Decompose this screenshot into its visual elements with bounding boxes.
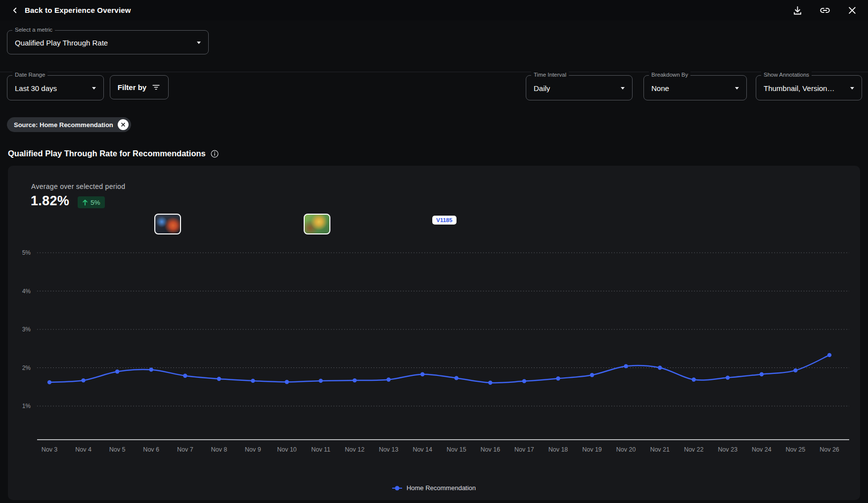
time-interval-value: Daily [534, 84, 550, 92]
legend-label: Home Recommendation [407, 484, 476, 492]
divider [0, 72, 868, 72]
chevron-down-icon [197, 42, 201, 44]
breakdown-by-select[interactable]: Breakdown By None [643, 75, 747, 100]
x-axis-label: Nov 17 [514, 446, 534, 453]
data-point [420, 372, 424, 376]
close-icon [120, 122, 126, 128]
summary-label: Average over selected period [31, 183, 125, 190]
x-axis-label: Nov 23 [718, 446, 737, 453]
metric-select-label: Select a metric [12, 27, 55, 33]
time-interval-label: Time Interval [531, 72, 569, 78]
x-axis-label: Nov 20 [616, 446, 636, 453]
change-badge: 5% [78, 196, 105, 208]
data-point [522, 379, 526, 383]
data-point [47, 380, 51, 384]
y-axis-tick: 5% [22, 249, 31, 256]
x-axis-label: Nov 10 [277, 446, 297, 453]
remove-filter-button[interactable] [118, 119, 129, 130]
legend-marker [392, 488, 402, 489]
x-axis-label: Nov 8 [211, 446, 227, 453]
data-point [251, 379, 255, 383]
data-point [793, 368, 797, 372]
x-axis-label: Nov 5 [109, 446, 126, 453]
x-axis-label: Nov 22 [684, 446, 704, 453]
filter-icon [151, 83, 161, 92]
metric-select-value: Qualified Play Through Rate [15, 38, 108, 46]
link-icon [820, 5, 830, 16]
filter-by-button[interactable]: Filter by [110, 75, 169, 99]
x-axis-label: Nov 19 [582, 446, 602, 453]
data-point [760, 372, 764, 376]
chevron-down-icon [92, 87, 96, 90]
x-axis-label: Nov 4 [75, 446, 91, 453]
chevron-down-icon [735, 87, 739, 90]
x-axis-label: Nov 11 [311, 446, 330, 453]
close-icon [847, 5, 857, 15]
source-filter-chip-label: Source: Home Recommendation [14, 121, 113, 129]
x-axis-label: Nov 3 [42, 446, 58, 453]
chart-legend: Home Recommendation [8, 484, 860, 492]
download-button[interactable] [790, 3, 804, 17]
data-point [387, 377, 391, 381]
copy-link-button[interactable] [818, 3, 832, 17]
x-axis-label: Nov 14 [412, 446, 432, 453]
analytics-page: Back to Experience Overview Select a met… [0, 0, 868, 503]
data-point [285, 380, 289, 384]
date-range-select[interactable]: Date Range Last 30 days [7, 75, 104, 100]
data-point [556, 376, 560, 380]
data-point [149, 367, 153, 371]
x-axis-label: Nov 6 [143, 446, 159, 453]
chevron-left-icon [10, 6, 19, 15]
show-annotations-value: Thumbnail, Version… [764, 84, 834, 92]
show-annotations-label: Show Annotations [761, 72, 812, 78]
section-heading-text: Qualified Play Through Rate for Recommen… [8, 149, 206, 158]
x-axis-label: Nov 21 [650, 446, 670, 453]
x-axis-label: Nov 26 [820, 446, 839, 453]
breakdown-by-label: Breakdown By [649, 72, 690, 78]
y-axis-tick: 4% [22, 288, 31, 295]
filter-by-label: Filter by [118, 83, 146, 91]
breakdown-by-value: None [651, 84, 669, 92]
header-bar: Back to Experience Overview [0, 0, 868, 20]
y-axis-tick: 2% [22, 365, 31, 371]
x-axis-label: Nov 15 [447, 446, 466, 453]
chevron-down-icon [850, 87, 854, 90]
experience-thumbnail-annotation-1[interactable] [154, 214, 181, 234]
date-range-value: Last 30 days [15, 84, 57, 92]
x-axis-label: Nov 24 [752, 446, 772, 453]
x-axis-label: Nov 18 [548, 446, 568, 453]
data-point [455, 376, 458, 380]
back-button[interactable] [8, 3, 22, 17]
download-icon [792, 5, 803, 16]
x-axis-label: Nov 25 [786, 446, 806, 453]
data-point [624, 364, 628, 368]
data-point [183, 374, 187, 378]
metric-select[interactable]: Select a metric Qualified Play Through R… [7, 30, 209, 54]
data-point [658, 366, 662, 369]
info-icon[interactable] [210, 149, 219, 158]
date-range-label: Date Range [12, 72, 47, 78]
y-axis-tick: 3% [22, 326, 31, 333]
x-axis-label: Nov 16 [480, 446, 500, 453]
data-point [115, 369, 119, 373]
x-axis-label: Nov 9 [245, 446, 261, 453]
x-axis-label: Nov 7 [177, 446, 193, 453]
source-filter-chip[interactable]: Source: Home Recommendation [7, 117, 131, 132]
change-value: 5% [91, 199, 100, 206]
data-point [488, 381, 492, 385]
version-annotation-badge[interactable]: V1185 [432, 216, 457, 225]
close-button[interactable] [845, 3, 859, 17]
time-interval-select[interactable]: Time Interval Daily [526, 75, 633, 100]
data-point [726, 375, 730, 379]
data-point [81, 378, 85, 382]
section-heading: Qualified Play Through Rate for Recommen… [8, 149, 219, 158]
experience-thumbnail-annotation-2[interactable] [304, 214, 330, 234]
x-axis-label: Nov 12 [345, 446, 365, 453]
data-point [590, 373, 594, 377]
chart-panel: Average over selected period 1.82% 5% V1… [8, 166, 860, 500]
show-annotations-select[interactable]: Show Annotations Thumbnail, Version… [756, 75, 862, 100]
x-axis-label: Nov 13 [379, 446, 399, 453]
trend-line [49, 355, 829, 383]
line-chart[interactable]: 5%4%3%2%1%Nov 3Nov 4Nov 5Nov 6Nov 7Nov 8… [8, 235, 860, 462]
summary-value: 1.82% [31, 193, 69, 209]
